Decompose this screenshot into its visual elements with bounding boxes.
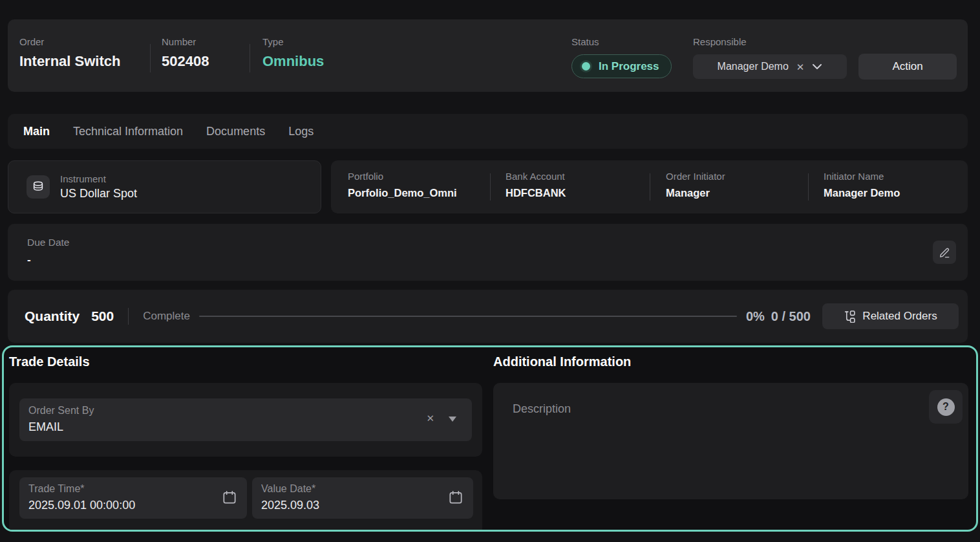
portfolio-field: Portfolio Porfolio_Demo_Omni [348, 171, 457, 199]
calendar-icon[interactable] [221, 489, 238, 508]
order-initiator-value: Manager [666, 187, 710, 199]
caret-down-icon[interactable] [449, 417, 456, 422]
info-divider [490, 173, 491, 201]
order-initiator-label: Order Initiator [666, 171, 725, 182]
instrument-field: Instrument US Dollar Spot [60, 173, 137, 201]
description-input[interactable] [493, 383, 968, 499]
order-sent-by-value: EMAIL [28, 420, 63, 434]
quantity-card: Quantity 500 Complete 0% 0 / 500 Related… [8, 290, 968, 343]
help-icon[interactable]: ? [937, 398, 955, 416]
remove-responsible-icon[interactable]: ✕ [796, 62, 805, 72]
coins-icon [27, 175, 50, 199]
trade-time-input[interactable]: Trade Time* 2025.09.01 00:00:00 [19, 477, 247, 519]
order-sent-by-label: Order Sent By [28, 405, 94, 417]
tab-logs[interactable]: Logs [288, 125, 314, 138]
edit-due-date-button[interactable] [933, 241, 956, 264]
tab-technical-information[interactable]: Technical Information [73, 125, 183, 138]
info-divider [808, 173, 809, 201]
responsible-value: Manager Demo [718, 61, 789, 72]
highlighted-form-section: Trade Details Additional Information Ord… [2, 345, 978, 532]
trade-details-title: Trade Details [9, 354, 90, 369]
quantity-label: Quantity [25, 309, 80, 324]
value-date-label: Value Date* [261, 483, 315, 495]
order-value: Internal Switch [19, 53, 120, 70]
related-orders-label: Related Orders [862, 310, 937, 323]
status-label: Status [571, 36, 599, 47]
responsible-select[interactable]: Manager Demo ✕ [693, 54, 847, 79]
portfolio-label: Portfolio [348, 171, 457, 182]
trade-time-label: Trade Time* [28, 483, 85, 495]
number-label: Number [162, 36, 196, 47]
order-info-card: Portfolio Porfolio_Demo_Omni Bank Accoun… [331, 160, 968, 213]
progress-percent: 0% [746, 309, 765, 324]
initiator-name-value: Manager Demo [824, 187, 900, 199]
trade-time-value: 2025.09.01 00:00:00 [28, 499, 135, 512]
related-orders-icon [844, 310, 856, 323]
bank-account-value: HDFCBANK [506, 187, 566, 199]
description-card: ? [493, 383, 968, 499]
status-text: In Progress [599, 60, 659, 73]
tab-main[interactable]: Main [23, 125, 50, 138]
order-label: Order [19, 36, 44, 47]
status-dot-icon [580, 60, 592, 72]
trade-dates-card: Trade Time* 2025.09.01 00:00:00 Value Da… [9, 470, 482, 532]
type-label: Type [262, 36, 284, 47]
value-date-input[interactable]: Value Date* 2025.09.03 [252, 477, 473, 519]
number-value: 502408 [162, 53, 209, 70]
due-date-card: Due Date - [8, 224, 968, 281]
additional-information-title: Additional Information [493, 354, 631, 369]
order-sent-by-card: Order Sent By EMAIL ✕ [9, 383, 482, 457]
bank-account-field: Bank Account HDFCBANK [506, 171, 566, 199]
complete-label: Complete [143, 310, 190, 323]
bank-account-label: Bank Account [506, 171, 566, 182]
instrument-card: Instrument US Dollar Spot [8, 160, 321, 213]
order-sent-by-select[interactable]: Order Sent By EMAIL ✕ [19, 398, 472, 441]
action-button[interactable]: Action [858, 54, 957, 80]
help-icon-container: ? [929, 390, 963, 424]
type-value: Omnibus [262, 53, 324, 70]
progress-fraction: 0 / 500 [771, 309, 811, 324]
progress-numbers: 0% 0 / 500 [746, 309, 811, 324]
order-detail-page: Order Internal Switch Number 502408 Type… [0, 0, 980, 542]
tab-documents[interactable]: Documents [206, 125, 265, 138]
clear-icon[interactable]: ✕ [426, 413, 434, 424]
instrument-value: US Dollar Spot [60, 187, 137, 200]
status-badge: In Progress [571, 54, 672, 78]
header-divider [150, 44, 151, 72]
quantity-value: 500 [91, 309, 114, 324]
chevron-down-icon[interactable] [812, 63, 822, 70]
initiator-name-label: Initiator Name [824, 171, 900, 182]
due-date-value: - [27, 254, 31, 266]
order-header-card: Order Internal Switch Number 502408 Type… [8, 19, 968, 92]
instrument-label: Instrument [60, 173, 137, 184]
order-initiator-field: Order Initiator Manager [666, 171, 725, 199]
info-divider [650, 173, 650, 201]
header-divider [250, 44, 250, 72]
quantity-divider [128, 308, 129, 325]
value-date-value: 2025.09.03 [261, 499, 319, 512]
initiator-name-field: Initiator Name Manager Demo [824, 171, 900, 199]
calendar-icon[interactable] [447, 489, 464, 508]
due-date-label: Due Date [27, 237, 69, 248]
tab-bar: Main Technical Information Documents Log… [8, 114, 968, 149]
portfolio-value: Porfolio_Demo_Omni [348, 187, 457, 199]
responsible-label: Responsible [693, 36, 747, 47]
progress-bar [199, 316, 737, 317]
pencil-icon [939, 246, 951, 259]
related-orders-button[interactable]: Related Orders [822, 303, 959, 329]
